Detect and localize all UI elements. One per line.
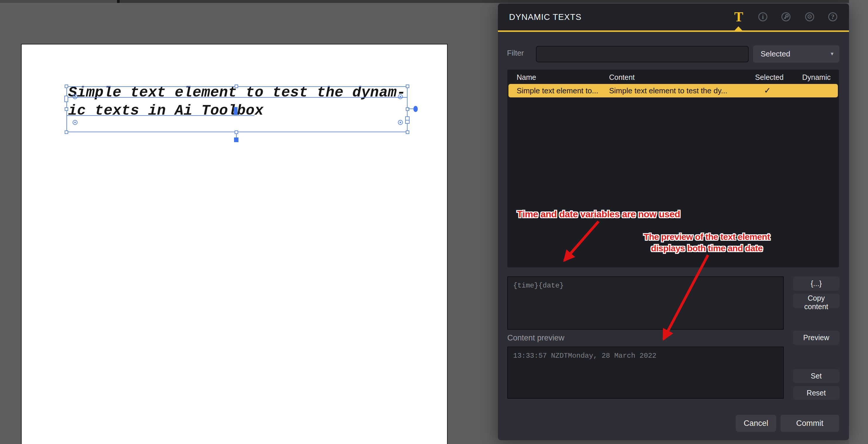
workspace-backdrop bbox=[849, 0, 868, 444]
content-template-value: {time}{date} bbox=[513, 282, 564, 290]
panel-title: DYNAMIC TEXTS bbox=[509, 12, 582, 22]
copy-content-button[interactable]: Copy content bbox=[793, 294, 839, 308]
content-preview-label: Content preview bbox=[507, 334, 564, 343]
selection-handle-mid-right[interactable] bbox=[406, 107, 409, 111]
scope-dropdown-value: Selected bbox=[761, 50, 790, 59]
annotation-time-date: Time and date variables are now used bbox=[517, 209, 680, 220]
text-out-port[interactable] bbox=[405, 117, 410, 124]
filter-label: Filter bbox=[507, 49, 524, 58]
text-in-port[interactable] bbox=[64, 96, 68, 102]
content-preview-box[interactable]: 13:33:57 NZDTMonday, 28 March 2022 bbox=[507, 347, 784, 399]
text-out-port-divider bbox=[406, 120, 409, 121]
content-preview-value: 13:33:57 NZDTMonday, 28 March 2022 bbox=[513, 352, 656, 360]
anchor-marker-top-right bbox=[398, 94, 403, 99]
annotation-preview-line2: displays both time and date bbox=[634, 243, 780, 254]
active-tab-pointer bbox=[735, 26, 742, 30]
key-glyph bbox=[782, 13, 789, 21]
text-center-port bbox=[234, 107, 238, 115]
annotation-preview-line1: The preview of the text element bbox=[634, 231, 780, 243]
scope-dropdown[interactable]: Selected ▾ bbox=[753, 45, 839, 63]
row-content-cell: Simple text element to test the dy... bbox=[609, 84, 727, 97]
info-icon[interactable]: i bbox=[758, 12, 767, 21]
column-header-name: Name bbox=[517, 73, 536, 82]
annotation-preview: The preview of the text element displays… bbox=[634, 231, 780, 254]
column-header-dynamic: Dynamic bbox=[802, 73, 831, 82]
anchor-marker-bottom-right bbox=[398, 120, 403, 125]
application-window: Simple text element to test the dynam- i… bbox=[0, 0, 868, 444]
reset-button[interactable]: Reset bbox=[793, 386, 839, 400]
anchor-marker-top-left bbox=[72, 94, 78, 99]
row-selected-checkmark-icon: ✓ bbox=[760, 84, 775, 97]
commit-button[interactable]: Commit bbox=[780, 415, 839, 432]
help-icon[interactable]: ? bbox=[828, 12, 837, 21]
out-port-knob[interactable] bbox=[413, 106, 418, 112]
table-row[interactable]: Simple text element to... Simple text el… bbox=[508, 84, 838, 97]
accent-underline bbox=[498, 30, 849, 32]
content-template-editor[interactable]: {time}{date} bbox=[507, 276, 784, 330]
column-header-content: Content bbox=[609, 73, 635, 82]
selection-handle-mid-left[interactable] bbox=[65, 107, 68, 111]
dynamic-texts-panel: DYNAMIC TEXTS T i ⚙ ? Filter Selected bbox=[498, 3, 849, 440]
document-tab-strip-inactive bbox=[120, 0, 868, 3]
row-name-cell: Simple text element to... bbox=[517, 84, 598, 97]
selection-handle-bottom-right[interactable] bbox=[406, 130, 409, 134]
set-button[interactable]: Set bbox=[793, 369, 839, 383]
selection-handle-top-left[interactable] bbox=[65, 85, 68, 88]
bottom-stem-knob[interactable] bbox=[234, 137, 239, 142]
anchor-marker-bottom-left bbox=[72, 120, 78, 125]
document-tab-strip bbox=[0, 0, 117, 3]
preview-button[interactable]: Preview bbox=[793, 330, 839, 345]
settings-gear-icon[interactable]: ⚙ bbox=[805, 12, 814, 21]
selection-handle-bottom-left[interactable] bbox=[65, 130, 68, 134]
selection-handle-top-center[interactable] bbox=[235, 85, 238, 88]
chevron-down-icon: ▾ bbox=[831, 50, 834, 57]
selection-handle-top-right[interactable] bbox=[406, 85, 409, 88]
column-header-selected: Selected bbox=[755, 73, 783, 82]
out-port-stem bbox=[408, 108, 413, 109]
cancel-button[interactable]: Cancel bbox=[736, 415, 776, 432]
insert-variable-button[interactable]: {...} bbox=[793, 276, 839, 291]
filter-input[interactable] bbox=[536, 46, 749, 62]
tab-divider bbox=[117, 0, 120, 3]
panel-header: DYNAMIC TEXTS T i ⚙ ? bbox=[498, 3, 849, 30]
selection-handle-bottom-center[interactable] bbox=[235, 130, 238, 134]
text-tool-tab-icon[interactable]: T bbox=[732, 9, 745, 25]
license-key-icon[interactable] bbox=[781, 12, 790, 21]
